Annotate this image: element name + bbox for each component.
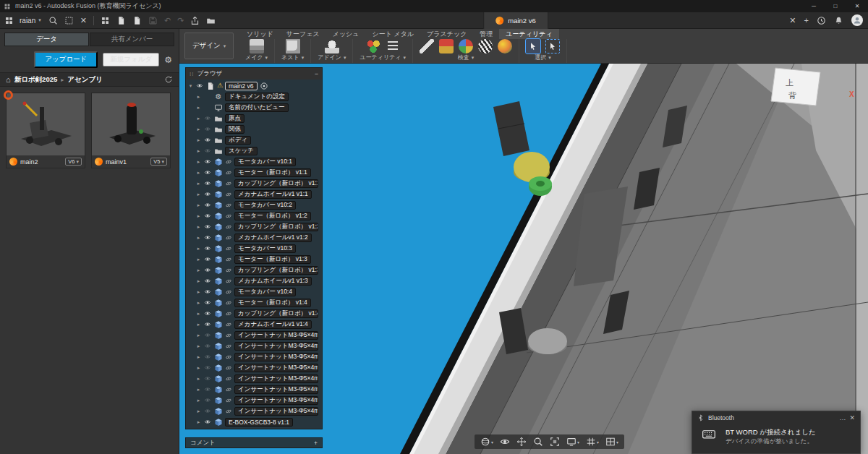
- expand-chevron-icon[interactable]: ▸: [196, 224, 201, 230]
- display-settings-icon[interactable]: [566, 437, 576, 447]
- tree-item-label[interactable]: カップリング（新ロボ） v1:4: [234, 309, 318, 318]
- visibility-eye-icon[interactable]: [203, 354, 212, 360]
- expand-chevron-icon[interactable]: ▾: [188, 83, 193, 89]
- visibility-eye-icon[interactable]: [203, 419, 212, 425]
- tree-item-label[interactable]: インサートナットM3-Φ5×4mm v1...: [234, 364, 318, 372]
- tree-item-label[interactable]: 原点: [225, 114, 244, 123]
- visibility-eye-icon[interactable]: [203, 310, 212, 317]
- expand-chevron-icon[interactable]: ▸: [196, 148, 201, 154]
- documents-icon[interactable]: [132, 16, 142, 25]
- visibility-eye-icon[interactable]: [203, 191, 212, 197]
- expand-chevron-icon[interactable]: ▸: [196, 408, 201, 414]
- tree-item[interactable]: ▸関係: [186, 124, 322, 134]
- tree-item-root[interactable]: ▾ ⚠ main2 v6: [186, 80, 322, 91]
- expand-chevron-icon[interactable]: ▸: [196, 170, 201, 176]
- collapse-panel-icon[interactable]: −: [315, 70, 318, 77]
- refresh-icon[interactable]: [164, 75, 173, 84]
- data-panel-tab-1[interactable]: 共有メンバー: [90, 33, 174, 46]
- ribbon-tab-6[interactable]: ユーティリティ: [499, 29, 558, 39]
- expand-chevron-icon[interactable]: ▸: [196, 311, 201, 317]
- ribbon-group-label[interactable]: アドイン▾: [318, 53, 346, 63]
- minimize-button[interactable]: ─: [803, 0, 825, 12]
- tree-item-label[interactable]: ボディ: [225, 136, 251, 145]
- frame-select-icon[interactable]: [64, 16, 74, 25]
- ribbon-tab-3[interactable]: シート メタル: [366, 29, 421, 39]
- ribbon-group-label[interactable]: ネスト▾: [281, 53, 304, 63]
- tree-item[interactable]: ▸モーター（新ロボ） v1:1: [186, 167, 322, 178]
- expand-chevron-icon[interactable]: ▸: [196, 343, 201, 349]
- data-panel-tab-0[interactable]: データ: [4, 33, 89, 46]
- upload-button[interactable]: アップロード: [34, 51, 98, 68]
- chevron-down-icon[interactable]: ▾: [577, 440, 579, 445]
- expand-chevron-icon[interactable]: ▸: [196, 398, 201, 403]
- activate-component-icon[interactable]: [260, 82, 268, 90]
- expand-chevron-icon[interactable]: ▸: [196, 202, 201, 208]
- visibility-eye-icon[interactable]: [195, 82, 204, 89]
- close-icon[interactable]: ✕: [789, 17, 796, 25]
- comments-bar[interactable]: コメント +: [185, 437, 323, 448]
- tree-item-label[interactable]: カップリング（新ロボ） v1:1: [234, 179, 318, 188]
- maximize-button[interactable]: □: [825, 0, 846, 12]
- visibility-eye-icon[interactable]: [203, 364, 212, 371]
- expand-chevron-icon[interactable]: ▸: [196, 257, 201, 262]
- tree-item-label[interactable]: ドキュメントの設定: [225, 93, 289, 101]
- tree-item[interactable]: ▸インサートナットM3-Φ5×4mm v1...: [186, 330, 322, 340]
- fit-icon[interactable]: [550, 437, 560, 447]
- expand-chevron-icon[interactable]: ▸: [196, 235, 201, 241]
- visibility-eye-icon[interactable]: [203, 234, 212, 241]
- expand-chevron-icon[interactable]: ▸: [196, 181, 201, 187]
- new-folder-button[interactable]: 新規フォルダ: [103, 53, 159, 67]
- tree-item-label[interactable]: メカナムホイールv1 v1:4: [234, 320, 312, 329]
- visibility-eye-icon[interactable]: [203, 267, 212, 273]
- tree-item-label[interactable]: モータカバー v10:2: [234, 201, 296, 210]
- close-icon[interactable]: ✕: [849, 414, 855, 421]
- tree-item[interactable]: ▸カップリング（新ロボ） v1:2: [186, 221, 322, 232]
- document-tab[interactable]: main2 v6: [483, 12, 548, 29]
- drag-grip-icon[interactable]: ⁞⁞: [190, 71, 194, 77]
- expand-chevron-icon[interactable]: ▸: [196, 94, 201, 100]
- ribbon-tab-4[interactable]: プラスチック: [420, 29, 473, 39]
- visibility-eye-icon[interactable]: [203, 408, 212, 414]
- tree-item[interactable]: ▸モータカバー v10:2: [186, 200, 322, 210]
- ribbon-group-label[interactable]: 検査▾: [458, 53, 475, 63]
- undo-icon[interactable]: ↶: [164, 17, 171, 25]
- tree-item-label[interactable]: カップリング（新ロボ） v1:3: [234, 266, 318, 275]
- ribbon-group-label[interactable]: 選択▾: [535, 53, 551, 63]
- save-icon[interactable]: [148, 16, 158, 25]
- chevron-down-icon[interactable]: ▾: [616, 440, 618, 445]
- tree-item-label[interactable]: メカナムホイールv1 v1:3: [234, 277, 312, 286]
- asset-card-mainv1[interactable]: mainv1 V5▾: [91, 93, 171, 168]
- ribbon-tab-0[interactable]: ソリッド: [240, 29, 280, 39]
- measure-icon[interactable]: [420, 39, 434, 53]
- job-status-icon[interactable]: [817, 16, 826, 25]
- tree-item-label[interactable]: 関係: [225, 125, 244, 134]
- tree-item-label[interactable]: インサートナットM3-Φ5×4mm v1...: [234, 331, 318, 340]
- tree-item-label[interactable]: スケッチ: [225, 147, 258, 155]
- zoom-icon[interactable]: [533, 437, 543, 447]
- root-document-label[interactable]: main2 v6: [225, 82, 258, 90]
- visibility-eye-icon[interactable]: [203, 115, 212, 121]
- tree-item[interactable]: ▸インサートナットM3-Φ5×4mm v1...: [186, 406, 322, 416]
- search-icon[interactable]: [48, 16, 58, 25]
- tree-item[interactable]: ▸モーター（新ロボ） v1:2: [186, 210, 322, 221]
- tree-item[interactable]: ▸メカナムホイールv1 v1:4: [186, 319, 322, 330]
- workspace-selector[interactable]: デザイン ▾: [184, 33, 234, 59]
- tree-item[interactable]: ▸インサートナットM3-Φ5×4mm v1...: [186, 362, 322, 373]
- traffic-light-icon[interactable]: [366, 39, 380, 53]
- curvature-icon[interactable]: [498, 39, 512, 53]
- visibility-eye-icon[interactable]: [203, 332, 212, 338]
- warning-icon[interactable]: ⚠: [217, 82, 223, 89]
- visibility-eye-icon[interactable]: [203, 126, 212, 132]
- tree-item-label[interactable]: インサートナットM3-Φ5×4mm v1...: [234, 374, 318, 383]
- expand-chevron-icon[interactable]: ▸: [196, 419, 201, 425]
- tree-item-label[interactable]: モーター（新ロボ） v1:4: [234, 299, 311, 307]
- tree-item[interactable]: ▸モーター（新ロボ） v1:4: [186, 297, 322, 308]
- visibility-eye-icon[interactable]: [203, 169, 212, 176]
- expand-chevron-icon[interactable]: ▸: [196, 105, 201, 111]
- tree-item[interactable]: ▸インサートナットM3-Φ5×4mm v1...: [186, 384, 322, 395]
- section-icon[interactable]: [459, 39, 473, 53]
- tree-item[interactable]: ▸インサートナットM3-Φ5×4mm v1...: [186, 395, 322, 406]
- view-cube-face-label[interactable]: 背: [788, 91, 796, 100]
- ribbon-group-label[interactable]: メイク▾: [245, 53, 268, 63]
- breadcrumb-project[interactable]: 新ロボ剣2025: [14, 75, 58, 85]
